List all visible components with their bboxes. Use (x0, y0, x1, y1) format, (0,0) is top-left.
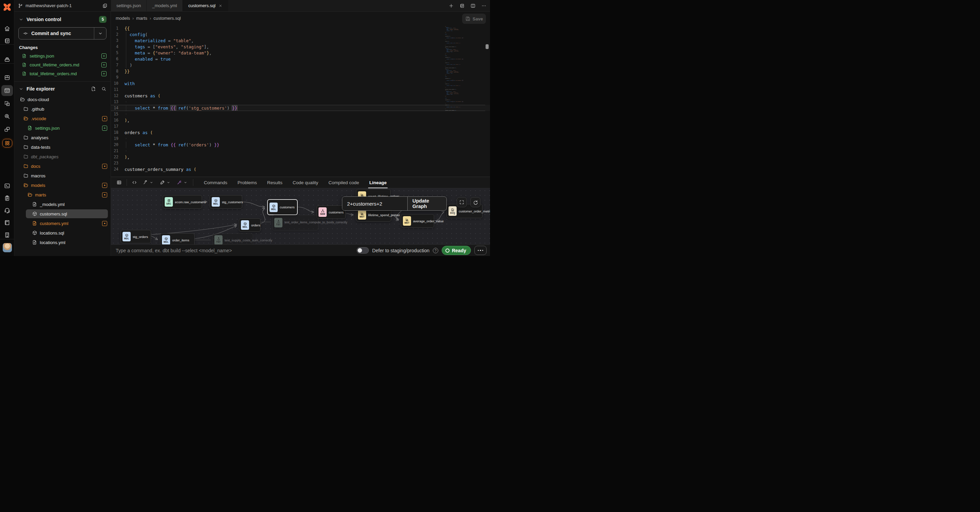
rail-item-home[interactable] (0, 23, 14, 34)
status-more-button[interactable] (474, 246, 487, 255)
code-text: select * from {{ ref('orders') }} (124, 142, 220, 147)
results-table-icon[interactable] (114, 180, 124, 185)
tree-item-customers-sql[interactable]: customers.sql (14, 209, 111, 219)
panel-tab-results[interactable]: Results (262, 177, 288, 188)
stage-add-icon[interactable]: + (102, 71, 107, 76)
ready-status-button[interactable]: Ready (442, 246, 471, 255)
lineage-node-stg_orders[interactable]: MDLstg_orders (121, 230, 151, 243)
change-row[interactable]: count_lifetime_orders.md+ (14, 60, 111, 69)
version-control-collapse-icon[interactable] (18, 17, 24, 22)
rail-item-headset[interactable] (0, 205, 14, 216)
tree-item-dbt-packages[interactable]: dbt_packages (14, 152, 111, 161)
split-editor-icon[interactable] (470, 3, 476, 8)
tree-item-docs[interactable]: docs• (14, 161, 111, 171)
command-input[interactable] (116, 248, 279, 253)
editor-scrollbar-thumb[interactable] (485, 44, 488, 49)
close-tab-icon[interactable] (218, 4, 223, 8)
lineage-selector-input[interactable]: 2+customers+2 (342, 197, 408, 211)
lineage-node-customers_model[interactable]: MDLcustomers (267, 199, 298, 215)
change-row[interactable]: settings.json+ (14, 51, 111, 60)
breadcrumb-item[interactable]: marts (136, 16, 147, 21)
build-tools-icon[interactable] (140, 180, 157, 185)
lineage-node-test_order_items[interactable]: TSTtest_order_items_compute_to_bools_cor… (272, 215, 318, 230)
branch-name[interactable]: matthewshaver-patch-1 (25, 3, 100, 8)
lineage-node-order_items[interactable]: MDLorder_items (160, 233, 195, 245)
code-area[interactable]: 1{{2 config(3 materialized = "table",4 t… (111, 25, 490, 172)
defer-help-icon[interactable]: ? (433, 248, 438, 253)
panel-tab-compiled-code[interactable]: Compiled code (323, 177, 364, 188)
dbt-logo-icon[interactable] (2, 2, 12, 12)
lineage-node-stg_customers[interactable]: MDLstg_customers (210, 195, 242, 209)
change-row[interactable]: total_lifetime_orders.md+ (14, 69, 111, 78)
stage-add-icon[interactable]: + (102, 62, 107, 67)
code-view-icon[interactable] (129, 180, 140, 185)
tree-item-models[interactable]: models• (14, 180, 111, 190)
lineage-node-test_supply_costs[interactable]: TSTtest_supply_costs_sum_correctly (212, 233, 253, 245)
rail-item-capture[interactable] (0, 98, 14, 109)
tree-item-locations-sql[interactable]: locations.sql (14, 228, 111, 238)
copy-branch-icon[interactable] (102, 3, 108, 8)
tree-item--vscode[interactable]: .vscode• (14, 114, 111, 123)
rail-item-windows[interactable] (0, 124, 14, 135)
commit-options-caret[interactable] (94, 27, 106, 39)
editor-tab-settings-json[interactable]: settings.json (111, 0, 147, 11)
rail-item-code-editor[interactable] (0, 85, 14, 96)
lineage-refresh-button[interactable] (470, 197, 480, 207)
user-avatar[interactable] (3, 243, 12, 252)
file-explorer-collapse-icon[interactable] (18, 86, 24, 92)
tree-item-docs-cloud[interactable]: docs-cloud (14, 95, 111, 104)
stage-add-icon[interactable]: + (102, 53, 107, 59)
lineage-node-raw_customers[interactable]: SRCecom.raw_customers (163, 195, 202, 209)
tree-item--github[interactable]: .github (14, 104, 111, 114)
tree-item-customers-yml[interactable]: customers.yml• (14, 219, 111, 228)
tree-item-marts[interactable]: marts• (14, 190, 111, 199)
breadcrumb-item[interactable]: customers.sql (153, 16, 181, 21)
format-icon[interactable] (157, 180, 174, 185)
ai-fix-icon[interactable] (174, 180, 191, 185)
code-editor[interactable]: models›marts›customers.sql Save 1{{2 con… (111, 11, 490, 177)
lineage-fullscreen-button[interactable] (457, 197, 467, 207)
tree-item-analyses[interactable]: analyses (14, 133, 111, 142)
rail-item-clipboard[interactable] (0, 193, 14, 204)
lineage-node-customers_sem[interactable]: SEMcustomers (317, 205, 346, 219)
breadcrumb-item[interactable]: models (116, 16, 130, 21)
panel-tab-problems[interactable]: Problems (232, 177, 262, 188)
panel-tab-commands[interactable]: Commands (199, 177, 232, 188)
rail-item-layout-grid[interactable] (0, 72, 14, 83)
rail-item-notebook[interactable] (0, 35, 14, 46)
tree-item-label: data-tests (31, 145, 111, 150)
lineage-canvas[interactable]: SRCecom.raw_customersMDLstg_customersMDL… (111, 188, 490, 245)
lineage-node-orders[interactable]: MDLorders (239, 218, 261, 232)
rail-item-insights[interactable] (0, 111, 14, 122)
panel-tab-lineage[interactable]: Lineage (364, 177, 392, 188)
minimap[interactable]: {{ config( materialized = "table", tags … (445, 26, 472, 138)
new-tab-icon[interactable] (449, 3, 454, 8)
tab-more-icon[interactable] (481, 3, 487, 8)
line-number: 11 (111, 87, 124, 92)
node-type-badge-src: SRC (165, 197, 173, 207)
lineage-node-average_order_value[interactable]: METaverage_order_value (401, 214, 434, 228)
update-graph-button[interactable]: Update Graph (408, 197, 447, 211)
rail-item-terminal[interactable] (0, 180, 14, 191)
new-file-icon[interactable] (91, 86, 96, 92)
file-search-icon[interactable] (101, 86, 107, 92)
tree-item-settings-json[interactable]: settings.json+ (14, 123, 111, 133)
tab-label: settings.json (116, 3, 141, 8)
commit-and-sync-button[interactable]: Commit and sync (18, 27, 107, 40)
editor-tab-customers-sql[interactable]: customers.sql (183, 0, 228, 11)
tree-item-data-tests[interactable]: data-tests (14, 142, 111, 152)
home-icon (4, 25, 11, 32)
editor-tab-_models-yml[interactable]: _models.yml (147, 0, 183, 11)
book-icon (4, 219, 11, 226)
notebook-panel-icon[interactable] (460, 3, 465, 8)
rail-item-copilot[interactable] (0, 137, 14, 148)
save-button[interactable]: Save (462, 14, 486, 24)
rail-item-book[interactable] (0, 217, 14, 228)
panel-tab-code-quality[interactable]: Code quality (288, 177, 323, 188)
code-line-3: 3 materialized = "table", (111, 37, 490, 43)
tree-item--models-yml[interactable]: _models.yml (14, 199, 111, 209)
folder-icon (23, 144, 29, 150)
defer-toggle[interactable] (356, 247, 369, 254)
tree-item-locations-yml[interactable]: locations.yml (14, 238, 111, 247)
tree-item-macros[interactable]: macros (14, 171, 111, 180)
